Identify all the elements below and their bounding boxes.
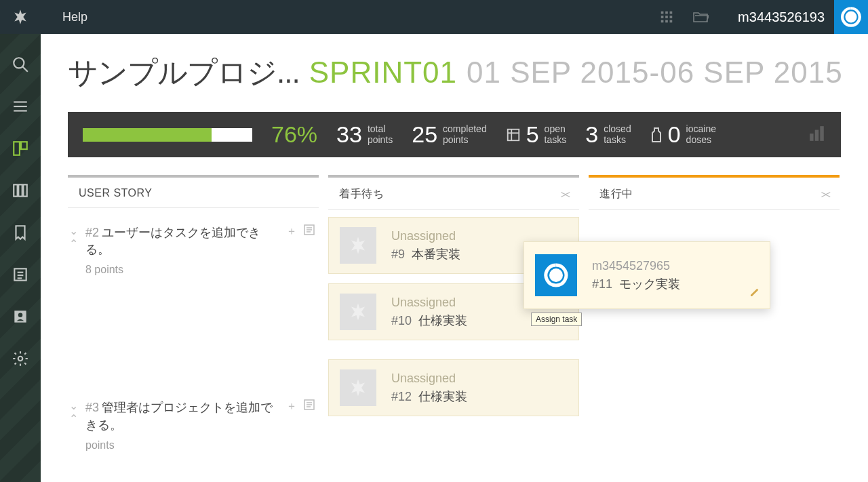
task-card[interactable]: Assign task m3454527965 #11モック実装 bbox=[524, 241, 770, 309]
assign-task-tooltip: Assign task bbox=[531, 313, 582, 326]
assignee-avatar-icon[interactable]: Assign task bbox=[535, 254, 577, 296]
story-title[interactable]: #2ユーザーはタスクを追加できる。 bbox=[85, 224, 279, 258]
svg-point-25 bbox=[18, 313, 23, 318]
svg-rect-3 bbox=[661, 16, 664, 18]
assignee-avatar-icon[interactable] bbox=[340, 369, 376, 406]
columns-icon[interactable] bbox=[10, 180, 31, 201]
user-story-item[interactable]: ⌄⌃ #3管理者はプロジェクトを追加できる。 ＋ points bbox=[68, 390, 319, 463]
stats-bar: 76% 33 totalpoints 25 completedpoints 5 … bbox=[68, 112, 841, 157]
column-header-waiting: 着手待ち > < bbox=[328, 175, 579, 210]
svg-rect-18 bbox=[18, 184, 22, 196]
sidebar bbox=[0, 34, 41, 482]
wiki-icon[interactable] bbox=[10, 264, 31, 285]
svg-rect-15 bbox=[14, 142, 20, 155]
story-points[interactable]: 8 points bbox=[85, 264, 315, 276]
sprint-name: SPRINT01 bbox=[309, 56, 457, 89]
open-tasks-stat: 5 opentasks bbox=[506, 121, 567, 148]
fold-column-icon[interactable]: > < bbox=[821, 189, 829, 200]
kanban-board-icon[interactable] bbox=[10, 138, 31, 159]
svg-rect-32 bbox=[820, 126, 823, 141]
svg-line-11 bbox=[22, 66, 28, 72]
progress-bar bbox=[83, 128, 252, 142]
svg-rect-16 bbox=[21, 142, 27, 149]
task-title[interactable]: #11モック実装 bbox=[592, 276, 759, 292]
svg-point-41 bbox=[549, 268, 563, 282]
user-story-item[interactable]: ⌄⌃ #2ユーザーはタスクを追加できる。 ＋ 8 points bbox=[68, 215, 319, 288]
story-points[interactable]: points bbox=[85, 439, 315, 451]
sprint-dates: 01 SEP 2015-06 SEP 2015 bbox=[467, 56, 843, 89]
folder-icon[interactable] bbox=[684, 0, 717, 34]
svg-point-9 bbox=[846, 12, 857, 23]
svg-rect-5 bbox=[670, 16, 673, 18]
svg-rect-31 bbox=[815, 129, 818, 140]
column-user-story: USER STORY ⌄⌃ #2ユーザーはタスクを追加できる。 ＋ bbox=[68, 175, 319, 464]
add-task-icon[interactable]: ＋ bbox=[286, 224, 297, 239]
topbar: Help m3443526193 bbox=[0, 0, 868, 34]
column-header-user-story: USER STORY bbox=[68, 175, 319, 208]
task-board: USER STORY ⌄⌃ #2ユーザーはタスクを追加できる。 ＋ bbox=[68, 175, 841, 464]
svg-point-26 bbox=[18, 357, 23, 361]
iocaine-stat: 0 iocainedoses bbox=[650, 121, 716, 148]
collapse-story-icon[interactable]: ⌄⌃ bbox=[68, 399, 79, 451]
svg-rect-17 bbox=[14, 184, 17, 196]
svg-rect-6 bbox=[661, 20, 664, 23]
completed-points-stat: 25 completedpoints bbox=[412, 121, 486, 148]
column-header-in-progress: 進行中 > < bbox=[589, 175, 840, 210]
svg-point-10 bbox=[14, 58, 24, 68]
fold-column-icon[interactable]: > < bbox=[561, 189, 568, 200]
app-logo[interactable] bbox=[0, 0, 41, 34]
svg-rect-0 bbox=[661, 12, 664, 14]
collapse-story-icon[interactable]: ⌄⌃ bbox=[68, 224, 79, 276]
search-icon[interactable] bbox=[10, 54, 31, 75]
svg-rect-8 bbox=[670, 20, 673, 23]
issues-bookmark-icon[interactable] bbox=[10, 222, 31, 243]
edit-pencil-icon[interactable] bbox=[749, 287, 760, 300]
task-title[interactable]: #12仕様実装 bbox=[391, 388, 568, 405]
apps-grid-icon[interactable] bbox=[650, 0, 684, 34]
svg-rect-2 bbox=[670, 12, 673, 14]
project-name[interactable]: サンプルプロジ... bbox=[68, 53, 300, 93]
task-card[interactable]: Unassigned #12仕様実装 bbox=[328, 359, 579, 416]
story-detail-icon[interactable] bbox=[304, 399, 315, 414]
progress-percent: 76% bbox=[271, 121, 317, 148]
help-link[interactable]: Help bbox=[62, 10, 87, 24]
svg-rect-27 bbox=[507, 129, 519, 140]
backlog-icon[interactable] bbox=[10, 96, 31, 117]
assignee-name[interactable]: Unassigned bbox=[391, 371, 568, 386]
story-title[interactable]: #3管理者はプロジェクトを追加できる。 bbox=[85, 399, 279, 433]
svg-rect-19 bbox=[23, 184, 26, 196]
total-points-stat: 33 totalpoints bbox=[336, 121, 393, 148]
svg-rect-30 bbox=[810, 134, 813, 141]
stats-chart-icon[interactable] bbox=[808, 126, 826, 144]
main-content: サンプルプロジ... SPRINT01 01 SEP 2015-06 SEP 2… bbox=[41, 34, 868, 482]
svg-rect-7 bbox=[665, 20, 668, 23]
user-avatar-button[interactable] bbox=[834, 0, 868, 34]
sprint-title-row: サンプルプロジ... SPRINT01 01 SEP 2015-06 SEP 2… bbox=[68, 53, 841, 93]
story-detail-icon[interactable] bbox=[304, 224, 315, 239]
team-icon[interactable] bbox=[10, 306, 31, 327]
assignee-avatar-icon[interactable] bbox=[340, 294, 376, 330]
settings-gear-icon[interactable] bbox=[10, 348, 31, 369]
closed-tasks-stat: 3 closedtasks bbox=[585, 121, 631, 148]
username-label: m3443526193 bbox=[717, 9, 834, 25]
column-in-progress: 進行中 > < Assign task m3454527965 #11モック実装 bbox=[589, 175, 840, 464]
svg-rect-1 bbox=[665, 12, 668, 14]
assignee-avatar-icon[interactable] bbox=[340, 227, 376, 264]
add-task-icon[interactable]: ＋ bbox=[286, 399, 297, 414]
svg-rect-4 bbox=[665, 16, 668, 18]
assignee-name[interactable]: m3454527965 bbox=[592, 259, 759, 273]
